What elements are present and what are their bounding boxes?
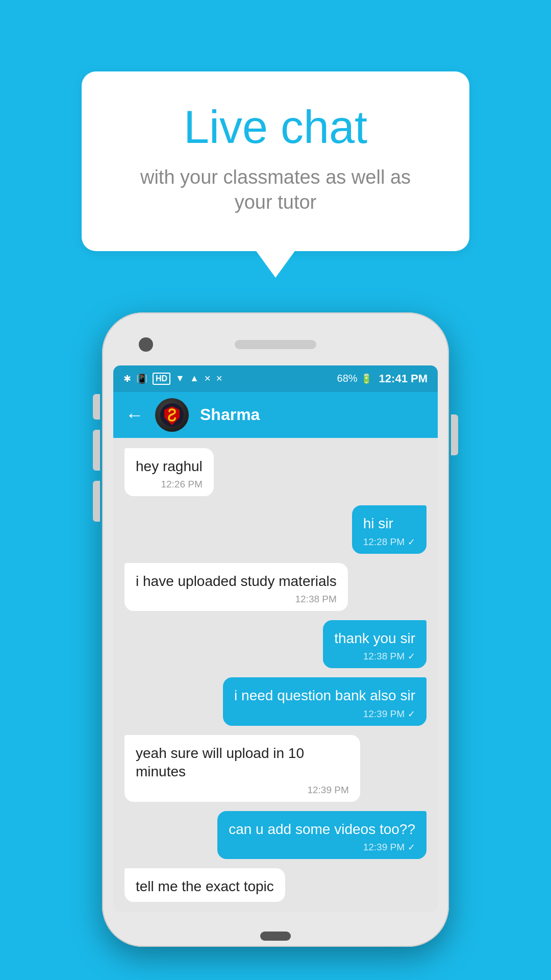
message-text: tell me the exact topic bbox=[136, 877, 274, 896]
message-tick-icon: ✓ bbox=[408, 651, 415, 662]
phone-top bbox=[113, 327, 438, 362]
message-row: yeah sure will upload in 10 minutes 12:3… bbox=[124, 735, 427, 802]
vibrate-icon: 📳 bbox=[136, 373, 147, 384]
speech-bubble: Live chat with your classmates as well a… bbox=[82, 71, 469, 251]
background: Live chat with your classmates as well a… bbox=[0, 0, 551, 980]
front-camera bbox=[139, 337, 153, 352]
message-time: 12:28 PM bbox=[363, 536, 405, 548]
phone-screen: ✱ 📳 HD ▼ ▲ ✕ ✕ 68% 🔋 12:41 PM bbox=[113, 365, 438, 913]
earpiece-speaker bbox=[235, 340, 316, 349]
message-row: tell me the exact topic bbox=[124, 868, 427, 902]
avatar-image bbox=[155, 398, 189, 432]
volume-down-button bbox=[93, 430, 100, 471]
x-icon-1: ✕ bbox=[204, 374, 211, 383]
message-meta: 12:38 PM ✓ bbox=[334, 651, 415, 662]
x-icon-2: ✕ bbox=[216, 374, 222, 383]
message-time: 12:39 PM bbox=[307, 785, 348, 796]
chat-header: ← Sharma bbox=[113, 392, 438, 438]
message-tick-icon: ✓ bbox=[408, 708, 415, 720]
phone-bottom bbox=[113, 912, 438, 933]
message-meta: 12:26 PM bbox=[136, 479, 203, 490]
status-bar: ✱ 📳 HD ▼ ▲ ✕ ✕ 68% 🔋 12:41 PM bbox=[113, 365, 438, 392]
message-meta: 12:39 PM bbox=[136, 785, 349, 796]
bluetooth-icon: ✱ bbox=[123, 373, 131, 384]
message-time: 12:26 PM bbox=[161, 479, 202, 490]
message-time: 12:38 PM bbox=[363, 651, 405, 662]
camera-button bbox=[93, 481, 100, 522]
battery-icon: 🔋 bbox=[361, 373, 372, 384]
message-text: can u add some videos too?? bbox=[229, 820, 415, 839]
message-bubble-incoming: hey raghul 12:26 PM bbox=[124, 448, 214, 496]
message-bubble-incoming: i have uploaded study materials 12:38 PM bbox=[124, 563, 348, 611]
avatar bbox=[155, 398, 189, 432]
chat-body: hey raghul 12:26 PM hi sir 12:28 PM bbox=[113, 438, 438, 913]
wifi-icon: ▼ bbox=[176, 373, 185, 384]
status-right-info: 68% 🔋 12:41 PM bbox=[337, 372, 428, 385]
message-row: hey raghul 12:26 PM bbox=[124, 448, 427, 496]
message-bubble-outgoing: can u add some videos too?? 12:39 PM ✓ bbox=[217, 811, 427, 859]
message-text: i have uploaded study materials bbox=[136, 572, 337, 591]
message-meta: 12:28 PM ✓ bbox=[363, 536, 415, 548]
volume-up-button bbox=[93, 394, 100, 420]
message-text: thank you sir bbox=[334, 629, 415, 648]
message-text: yeah sure will upload in 10 minutes bbox=[136, 744, 349, 781]
message-text: i need question bank also sir bbox=[234, 687, 415, 705]
message-time: 12:39 PM bbox=[363, 708, 405, 720]
message-meta: 12:39 PM ✓ bbox=[229, 842, 415, 853]
battery-percent: 68% bbox=[337, 373, 358, 384]
bubble-title: Live chat bbox=[122, 102, 429, 153]
chat-contact-name: Sharma bbox=[200, 405, 260, 424]
back-button[interactable]: ← bbox=[126, 404, 144, 426]
phone-outer: ✱ 📳 HD ▼ ▲ ✕ ✕ 68% 🔋 12:41 PM bbox=[102, 312, 449, 947]
message-bubble-incoming: yeah sure will upload in 10 minutes 12:3… bbox=[124, 735, 360, 802]
phone-mockup: ✱ 📳 HD ▼ ▲ ✕ ✕ 68% 🔋 12:41 PM bbox=[102, 312, 449, 947]
message-row: thank you sir 12:38 PM ✓ bbox=[124, 620, 427, 668]
bubble-subtitle: with your classmates as well as your tut… bbox=[122, 165, 429, 215]
home-button[interactable] bbox=[260, 932, 291, 941]
message-time: 12:38 PM bbox=[295, 594, 336, 605]
message-bubble-outgoing: thank you sir 12:38 PM ✓ bbox=[323, 620, 427, 668]
signal-icon: ▲ bbox=[190, 373, 199, 384]
message-bubble-outgoing: hi sir 12:28 PM ✓ bbox=[352, 505, 427, 553]
status-time: 12:41 PM bbox=[379, 372, 428, 385]
message-text: hey raghul bbox=[136, 457, 203, 476]
message-tick-icon: ✓ bbox=[408, 536, 415, 548]
message-tick-icon: ✓ bbox=[408, 842, 415, 853]
message-bubble-outgoing: i need question bank also sir 12:39 PM ✓ bbox=[223, 677, 427, 725]
message-text: hi sir bbox=[363, 514, 415, 533]
message-row: i have uploaded study materials 12:38 PM bbox=[124, 563, 427, 611]
message-row: hi sir 12:28 PM ✓ bbox=[124, 505, 427, 553]
message-bubble-incoming: tell me the exact topic bbox=[124, 868, 285, 902]
power-button bbox=[451, 414, 458, 455]
message-row: can u add some videos too?? 12:39 PM ✓ bbox=[124, 811, 427, 859]
message-time: 12:39 PM bbox=[363, 842, 405, 853]
status-left-icons: ✱ 📳 HD ▼ ▲ ✕ ✕ bbox=[123, 373, 222, 385]
message-meta: 12:38 PM bbox=[136, 594, 337, 605]
message-row: i need question bank also sir 12:39 PM ✓ bbox=[124, 677, 427, 725]
hd-icon: HD bbox=[153, 373, 170, 385]
message-meta: 12:39 PM ✓ bbox=[234, 708, 415, 720]
